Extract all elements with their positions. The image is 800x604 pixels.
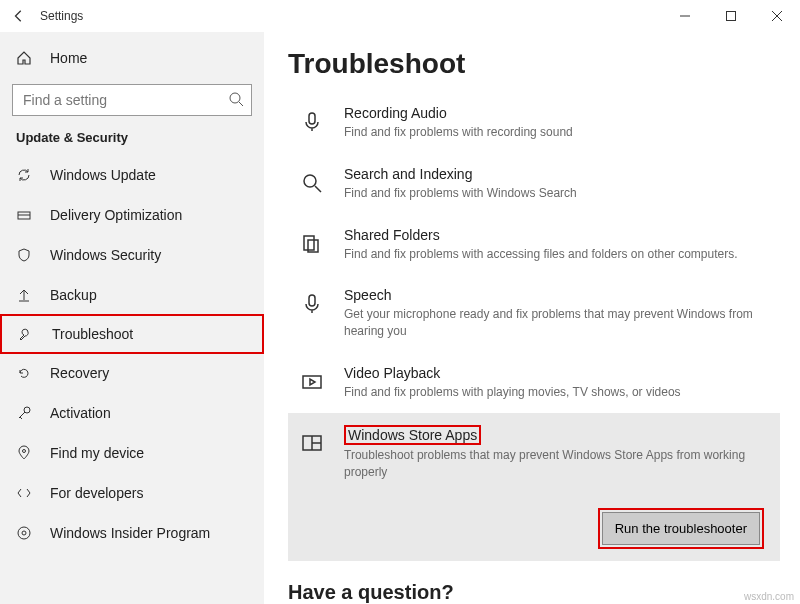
- sidebar-item-troubleshoot[interactable]: Troubleshoot: [0, 314, 264, 354]
- sidebar-item-windows-security[interactable]: Windows Security: [0, 235, 264, 275]
- code-icon: [16, 485, 32, 501]
- svg-line-12: [20, 417, 22, 419]
- back-button[interactable]: [0, 9, 38, 23]
- sidebar-item-windows-update[interactable]: Windows Update: [0, 155, 264, 195]
- sidebar-item-label: Recovery: [50, 365, 109, 381]
- troubleshooter-desc: Find and fix problems with accessing fil…: [344, 246, 772, 263]
- troubleshooter-title: Recording Audio: [344, 105, 447, 121]
- question-header: Have a question?: [288, 581, 780, 604]
- sidebar-item-label: Troubleshoot: [52, 326, 133, 342]
- sidebar: Home Update & Security Windows Update De…: [0, 32, 264, 604]
- folder-icon: [296, 228, 328, 260]
- backup-icon: [16, 287, 32, 303]
- key-icon: [16, 405, 32, 421]
- main-panel: Troubleshoot Recording Audio Find and fi…: [264, 32, 800, 604]
- troubleshooter-desc: Troubleshoot problems that may prevent W…: [344, 447, 772, 481]
- close-button[interactable]: [754, 0, 800, 32]
- troubleshooter-title: Video Playback: [344, 365, 440, 381]
- sidebar-category: Update & Security: [0, 126, 264, 155]
- troubleshooter-title: Windows Store Apps: [344, 425, 481, 445]
- sidebar-item-label: Find my device: [50, 445, 144, 461]
- sidebar-item-label: Windows Insider Program: [50, 525, 210, 541]
- sidebar-item-insider-program[interactable]: Windows Insider Program: [0, 513, 264, 553]
- troubleshooter-speech[interactable]: Speech Get your microphone ready and fix…: [288, 274, 780, 352]
- home-icon: [16, 50, 32, 66]
- apps-icon: [296, 427, 328, 459]
- sidebar-home-label: Home: [50, 50, 87, 66]
- svg-rect-19: [304, 236, 314, 250]
- search-icon: [296, 167, 328, 199]
- sidebar-item-label: Activation: [50, 405, 111, 421]
- shield-icon: [16, 247, 32, 263]
- wrench-icon: [18, 326, 34, 342]
- sidebar-item-label: Windows Security: [50, 247, 161, 263]
- svg-point-13: [23, 450, 26, 453]
- window-title: Settings: [38, 9, 662, 23]
- svg-point-14: [18, 527, 30, 539]
- troubleshooter-search-indexing[interactable]: Search and Indexing Find and fix problem…: [288, 153, 780, 214]
- troubleshooter-title: Shared Folders: [344, 227, 440, 243]
- titlebar: Settings: [0, 0, 800, 32]
- svg-rect-1: [727, 12, 736, 21]
- svg-line-18: [315, 186, 321, 192]
- minimize-button[interactable]: [662, 0, 708, 32]
- troubleshooter-desc: Find and fix problems with Windows Searc…: [344, 185, 772, 202]
- sidebar-home[interactable]: Home: [0, 38, 264, 78]
- video-icon: [296, 366, 328, 398]
- page-title: Troubleshoot: [288, 48, 780, 80]
- troubleshooter-desc: Find and fix problems with recording sou…: [344, 124, 772, 141]
- troubleshooter-recording-audio[interactable]: Recording Audio Find and fix problems wi…: [288, 92, 780, 153]
- location-icon: [16, 445, 32, 461]
- svg-rect-21: [309, 295, 315, 306]
- sidebar-item-for-developers[interactable]: For developers: [0, 473, 264, 513]
- sidebar-item-delivery-optimization[interactable]: Delivery Optimization: [0, 195, 264, 235]
- maximize-button[interactable]: [708, 0, 754, 32]
- troubleshooter-desc: Find and fix problems with playing movie…: [344, 384, 772, 401]
- svg-rect-16: [309, 113, 315, 124]
- svg-point-17: [304, 175, 316, 187]
- troubleshooter-title: Search and Indexing: [344, 166, 472, 182]
- sidebar-item-label: For developers: [50, 485, 143, 501]
- insider-icon: [16, 525, 32, 541]
- troubleshooter-shared-folders[interactable]: Shared Folders Find and fix problems wit…: [288, 214, 780, 275]
- svg-point-4: [230, 93, 240, 103]
- sidebar-item-activation[interactable]: Activation: [0, 393, 264, 433]
- microphone-icon: [296, 106, 328, 138]
- troubleshooter-windows-store-apps[interactable]: Windows Store Apps Troubleshoot problems…: [288, 413, 780, 562]
- troubleshooter-title: Speech: [344, 287, 391, 303]
- delivery-icon: [16, 207, 32, 223]
- sidebar-item-recovery[interactable]: Recovery: [0, 353, 264, 393]
- svg-rect-22: [303, 376, 321, 388]
- search-input[interactable]: [12, 84, 252, 116]
- recovery-icon: [16, 365, 32, 381]
- svg-line-5: [239, 102, 243, 106]
- sidebar-item-backup[interactable]: Backup: [0, 275, 264, 315]
- run-troubleshooter-button[interactable]: Run the troubleshooter: [602, 512, 760, 545]
- sidebar-item-label: Windows Update: [50, 167, 156, 183]
- troubleshooter-video-playback[interactable]: Video Playback Find and fix problems wit…: [288, 352, 780, 413]
- microphone-icon: [296, 288, 328, 320]
- sidebar-item-find-my-device[interactable]: Find my device: [0, 433, 264, 473]
- sync-icon: [16, 167, 32, 183]
- watermark: wsxdn.com: [744, 591, 794, 602]
- sidebar-item-label: Delivery Optimization: [50, 207, 182, 223]
- sidebar-item-label: Backup: [50, 287, 97, 303]
- svg-point-15: [22, 531, 26, 535]
- search-icon: [228, 91, 244, 107]
- troubleshooter-desc: Get your microphone ready and fix proble…: [344, 306, 772, 340]
